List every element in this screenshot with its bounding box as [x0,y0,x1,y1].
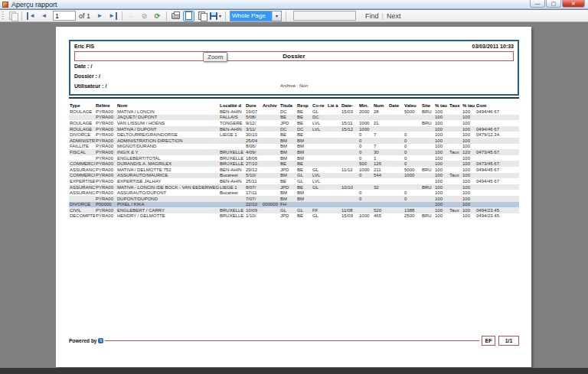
document-map-button[interactable] [7,11,18,21]
table-cell: DIVORCE [69,132,95,137]
find-input[interactable] [293,11,356,21]
first-page-button[interactable]: ◄ [25,11,37,21]
export-save-button[interactable]: ▾ [209,11,222,21]
table-cell: 0 [358,144,373,148]
column-header: Site [421,103,434,108]
table-cell: 2500 [403,213,421,218]
table-cell: DIVORCE [69,202,95,207]
print-button[interactable] [170,11,181,21]
printer-icon [172,13,180,19]
previous-page-button[interactable]: ◄ [38,11,50,21]
column-header: Localité d [219,103,245,108]
table-cell: MATIVA / DELMOTTE 752 [116,167,219,172]
report-user: Eric FIS [74,44,94,49]
table-cell: 15/12 [341,127,358,132]
table-row[interactable]: COMMERCIPYRA00ASSURAUTO/MAURICEBucarest5… [69,173,519,179]
table-row[interactable]: PYRA00DUPONT/DUPOND7/07/BMBM00100100 [69,196,519,202]
table-cell: 7 [373,132,388,137]
table-cell: 100 [434,132,449,137]
table-cell: 0494/46 67 [475,109,519,114]
table-cell: BRUXELLE [219,213,245,218]
table-row[interactable]: DECOMPTEPYRA00HENDRY / DELMOTTEBRUXELLE1… [69,213,519,220]
print-layout-button[interactable] [183,11,194,21]
page-number-input[interactable] [53,11,76,21]
table-cell: BEN-AHIN [219,179,245,184]
table-cell: 8/07/ [245,185,262,190]
table-cell: JAQUET/ DUPONT [116,115,219,119]
table-row[interactable]: CIVILPYRA00ENGLEBERT / CARRYBRUXELLE10/0… [69,207,519,213]
page-indicator-badge: 1/1 [498,336,519,346]
table-cell: 3/11/ [245,127,262,132]
table-row[interactable]: FAILLITEPYRA00MIGNOT/DURAND8/06/BMBM0701… [69,144,519,150]
table-row[interactable]: ROULAGEPYRA00MATIVA / LONCINBEN-AHIN19/0… [69,109,519,115]
column-header: Lié à [327,103,341,108]
table-cell: 120 [462,150,475,154]
table-cell: 0 [403,161,421,166]
zoom-dropdown[interactable]: Whole Page ▾ [230,11,282,21]
table-cell: 0 [403,150,421,154]
table-cell: DC [296,127,312,132]
zoom-dropdown-value[interactable]: Whole Page [230,11,272,21]
close-button[interactable]: ✕ [562,0,585,8]
table-row[interactable]: ROULAGEPYRA00VAN LISSUM / HOENSTONGERE9/… [69,120,519,126]
table-row[interactable]: FISCALPYRA00ING/X & YBRUXELLE4/09/BMBM03… [69,149,519,155]
maximize-button[interactable]: ▢ [546,0,561,8]
table-cell: PYRA00 [95,190,116,195]
page-setup-button[interactable] [196,11,207,21]
next-page-button[interactable]: ► [94,11,106,21]
table-cell: 100 [462,161,475,166]
table-cell: ASSURANCE [69,167,95,172]
table-cell: ASSURAUTO/MAURICE [116,173,219,177]
table-cell: JPD [279,185,296,190]
table-cell: EXPERTISE [69,179,95,184]
back-button[interactable]: ← [126,11,137,21]
table-cell: 100 [462,115,475,119]
table-row[interactable]: EXPERTISEPYRA00EXPERTISE JALHAYBEN-AHIN2… [69,178,519,184]
table-cell: BE [279,115,296,119]
table-cell: 0494/45 67 [475,167,519,172]
table-cell: FISCAL [69,150,95,154]
table-cell: PYRA00 [95,179,116,184]
table-row[interactable]: PYRA00JAQUET/ DUPONTFALLAIS5/08/BEBEDC10… [69,115,519,121]
table-cell: PYRA00 [95,132,116,137]
find-button[interactable]: Find [365,12,379,20]
table-cell: BE [279,179,296,184]
table-cell: BE [296,213,312,218]
table-row[interactable]: ASSURANCEPYRA00MATIVA / DELMOTTE 752BEN-… [69,167,519,173]
table-row[interactable]: DIVORCEPYRA00DELTOURRE/GRAINDORGELIEGE 1… [69,132,519,138]
table-cell: BRU [421,121,434,125]
table-cell: 7/07/ [245,197,262,201]
table-row[interactable]: ADMINISTRPYRA00ADMINISTRATION DIRECTION2… [69,138,519,144]
table-cell: PYRA00 [95,115,116,119]
stop-button[interactable]: ⊘ [139,11,150,21]
refresh-button[interactable]: ⟳ [152,11,163,21]
table-cell: ADMINISTRATION DIRECTION [116,138,219,143]
table-cell: 100 [462,190,475,195]
table-cell: 100 [434,121,449,125]
table-row[interactable]: DIVORCEP00000PIXEL / KIKA22/10000000FH10… [69,202,519,208]
table-cell: 32 [373,185,388,190]
toolbar-grip[interactable] [2,11,4,21]
save-dropdown-arrow-icon[interactable]: ▾ [219,13,221,18]
table-row[interactable]: ASSURANCEPYRA00ASSURAUTO/DUPONTBucarest1… [69,190,519,196]
table-cell: CIVIL [69,208,95,213]
table-cell: 100 [434,144,449,148]
table-cell: ROULAGE [69,121,95,125]
table-row[interactable]: PYRA00ENGLEBERT/TOTALBRUXELLE18/06BMBM01… [69,155,519,161]
table-row[interactable]: ASSURANCEPYRA00MATIVA - LONCIN /DE BOCK … [69,184,519,190]
table-cell: 100 [434,161,449,166]
table-cell: 1388 [403,208,421,213]
last-page-button[interactable]: ► [107,11,119,21]
table-row[interactable]: COMMERCIPYRA00DURAND/S.A. MAGRILEXBRUXEL… [69,161,519,167]
table-cell: GL [296,173,312,177]
table-row[interactable]: ROULAGEPYRA00MATIVA / DUPONTBEN-AHIN3/11… [69,126,519,132]
table-cell: 11/12 [341,167,358,172]
table-cell: BM [296,144,312,148]
zoom-dropdown-arrow-icon[interactable]: ▾ [272,11,281,21]
titlebar: Aperçu rapport — ▢ ✕ [0,0,588,9]
table-cell: 000000 [262,202,279,207]
find-next-button[interactable]: Next [387,12,401,20]
table-cell: PYRA00 [95,173,116,177]
minimize-button[interactable]: — [530,0,545,8]
powered-by-logo: b [98,338,103,343]
